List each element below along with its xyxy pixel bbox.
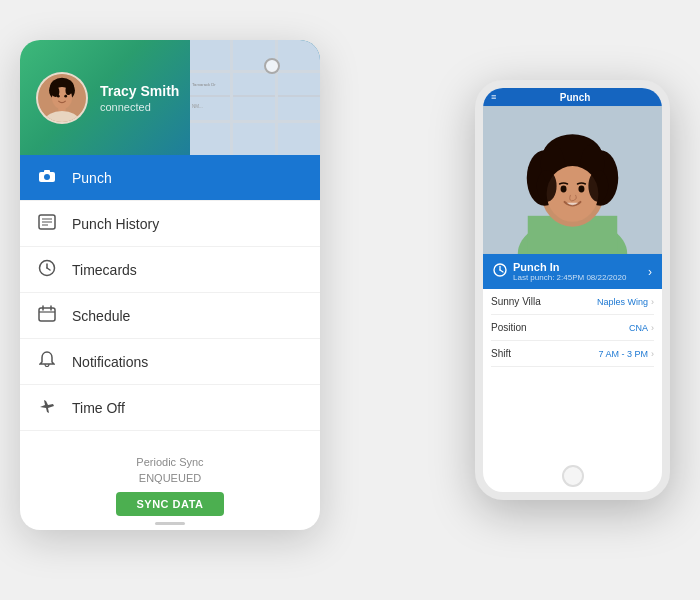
svg-rect-22	[39, 308, 55, 321]
tablet-nav: Punch Punch History	[20, 155, 320, 431]
phone: ≡ Punch	[475, 80, 670, 500]
clock-icon	[36, 259, 58, 281]
svg-point-41	[588, 170, 608, 202]
phone-home-button[interactable]	[562, 465, 584, 487]
svg-line-44	[500, 270, 503, 272]
nav-item-schedule[interactable]: Schedule	[20, 293, 320, 339]
svg-text:Tamarack Dr: Tamarack Dr	[192, 82, 216, 87]
nav-item-notifications[interactable]: Notifications	[20, 339, 320, 385]
shift-value-text: 7 AM - 3 PM	[598, 349, 648, 359]
punch-in-bar[interactable]: Punch In Last punch: 2:45PM 08/22/2020 ›	[483, 254, 662, 289]
camera-icon	[36, 169, 58, 187]
svg-text:NM...: NM...	[192, 104, 203, 109]
tablet-map: Tamarack Dr NM...	[190, 40, 320, 155]
svg-point-13	[44, 174, 50, 180]
nav-label-notifications: Notifications	[72, 354, 148, 370]
svg-point-40	[537, 170, 557, 202]
punch-bar-left: Punch In Last punch: 2:45PM 08/22/2020	[493, 261, 626, 282]
nav-item-punch-history[interactable]: Punch History	[20, 201, 320, 247]
phone-fields: Sunny Villa Naples Wing › Position CNA ›…	[483, 289, 662, 367]
punch-in-text: Punch In Last punch: 2:45PM 08/22/2020	[513, 261, 626, 282]
svg-point-7	[64, 94, 67, 97]
user-status: connected	[100, 101, 179, 113]
nav-label-schedule: Schedule	[72, 308, 130, 324]
nav-item-punch[interactable]: Punch	[20, 155, 320, 201]
field-row-position[interactable]: Position CNA ›	[491, 315, 654, 341]
field-value-shift: 7 AM - 3 PM ›	[598, 349, 654, 359]
field-value-position: CNA ›	[629, 323, 654, 333]
svg-line-21	[47, 268, 50, 270]
tablet-home-indicator	[155, 522, 185, 525]
avatar	[36, 72, 88, 124]
nav-label-punch: Punch	[72, 170, 112, 186]
punch-clock-icon	[493, 263, 507, 280]
calendar-icon	[36, 305, 58, 327]
bell-icon	[36, 351, 58, 373]
map-compass	[264, 58, 280, 74]
svg-point-39	[578, 185, 584, 192]
shift-chevron-icon: ›	[651, 349, 654, 359]
scene: Tamarack Dr NM...	[20, 20, 680, 580]
position-chevron-icon: ›	[651, 323, 654, 333]
nav-item-time-off[interactable]: Time Off	[20, 385, 320, 431]
svg-rect-14	[44, 170, 50, 173]
location-value-text: Naples Wing	[597, 297, 648, 307]
tablet-header: Tamarack Dr NM...	[20, 40, 320, 155]
position-value-text: CNA	[629, 323, 648, 333]
field-label-location: Sunny Villa	[491, 296, 541, 307]
field-label-shift: Shift	[491, 348, 511, 359]
punch-in-subtitle: Last punch: 2:45PM 08/22/2020	[513, 273, 626, 282]
sync-button[interactable]: SYNC DATA	[116, 492, 223, 516]
field-label-position: Position	[491, 322, 527, 333]
phone-photo-area	[483, 106, 662, 254]
nav-label-timecards: Timecards	[72, 262, 137, 278]
punch-history-icon	[36, 214, 58, 234]
user-info: Tracy Smith connected	[100, 83, 179, 113]
nav-label-punch-history: Punch History	[72, 216, 159, 232]
sync-text: Periodic Sync ENQUEUED	[20, 455, 320, 486]
tablet-footer: Periodic Sync ENQUEUED SYNC DATA	[20, 455, 320, 516]
nav-label-time-off: Time Off	[72, 400, 125, 416]
nav-item-timecards[interactable]: Timecards	[20, 247, 320, 293]
sync-status: ENQUEUED	[139, 472, 201, 484]
punch-in-title: Punch In	[513, 261, 626, 273]
field-value-location: Naples Wing ›	[597, 297, 654, 307]
phone-title: Punch	[496, 92, 654, 103]
location-chevron-icon: ›	[651, 297, 654, 307]
field-row-shift[interactable]: Shift 7 AM - 3 PM ›	[491, 341, 654, 367]
field-row-location[interactable]: Sunny Villa Naples Wing ›	[491, 289, 654, 315]
tablet: Tamarack Dr NM...	[20, 40, 320, 530]
airplane-icon	[36, 397, 58, 419]
svg-point-38	[561, 185, 567, 192]
phone-status-bar: ≡ Punch	[483, 88, 662, 106]
punch-chevron-icon: ›	[648, 265, 652, 279]
user-name: Tracy Smith	[100, 83, 179, 99]
sync-label: Periodic Sync	[136, 456, 203, 468]
